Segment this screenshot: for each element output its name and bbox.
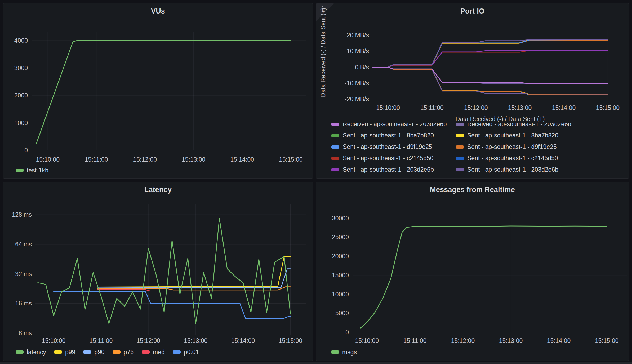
panel-vus: VUs 15:10:0015:11:0015:12:0015:13:0015:1… — [3, 3, 313, 179]
legend-swatch-icon — [331, 145, 339, 149]
legend-swatch-icon — [142, 350, 150, 354]
legend-item[interactable]: Sent - ap-southeast-1 - c2145d50 — [331, 153, 447, 164]
x-tick-label: 15:14:00 — [547, 337, 571, 344]
y-tick-label: -10 MB/s — [345, 80, 369, 87]
x-tick-label: 15:13:00 — [184, 337, 208, 344]
legend-label: p90 — [94, 349, 104, 356]
legend-swatch-icon — [331, 123, 339, 126]
legend-label: Sent - ap-southeast-1 - 8ba7b820 — [467, 132, 558, 139]
legend-item[interactable]: Received - ap-southeast-1 - 203d2e6b — [456, 123, 571, 130]
x-tick-label: 15:12:00 — [133, 156, 157, 163]
x-tick-label: 15:12:00 — [451, 337, 475, 344]
x-tick-label: 15:15:00 — [279, 337, 302, 344]
legend-swatch-icon — [16, 350, 24, 354]
x-tick-label: 15:13:00 — [182, 156, 206, 163]
legend-swatch-icon — [331, 168, 339, 171]
legend-item[interactable]: Sent - ap-southeast-1 - 8ba7b820 — [331, 130, 447, 141]
legend-label: Sent - ap-southeast-1 - 8ba7b820 — [343, 132, 434, 139]
portio-legend-column-left: Received - ap-southeast-1 - 203d2e6bSent… — [331, 123, 447, 175]
messages-legend: msgs — [331, 348, 357, 356]
series-line-sent-ap-southeast-1-d9f19e25 — [373, 40, 608, 67]
y-tick-label: 128 ms — [12, 211, 32, 218]
series-line-p0-01 — [54, 291, 291, 318]
y-tick-label: 0 — [345, 329, 349, 336]
y-tick-label: 3000 — [14, 65, 28, 72]
legend-swatch-icon — [331, 134, 339, 137]
portio-legend: Received - ap-southeast-1 - 203d2e6bSent… — [316, 123, 629, 179]
legend-label: test-1kb — [27, 167, 48, 174]
legend-swatch-icon — [456, 134, 464, 137]
x-tick-label: 15:11:00 — [85, 156, 108, 163]
x-tick-label: 15:12:00 — [464, 104, 488, 111]
legend-item[interactable]: Sent - ap-southeast-1 - d9f19e25 — [456, 141, 571, 153]
x-tick-label: 15:12:00 — [136, 337, 160, 344]
vus-chart: 15:10:0015:11:0015:12:0015:13:0015:14:00… — [3, 3, 313, 178]
legend-item[interactable]: test-1kb — [16, 167, 48, 174]
legend-label: p0.01 — [184, 349, 199, 356]
vus-legend: test-1kb — [16, 167, 48, 174]
legend-item[interactable]: Sent - ap-southeast-1 - 8ba7b820 — [456, 130, 571, 141]
series-line-p99 — [97, 256, 290, 287]
legend-item[interactable]: Sent - ap-southeast-1 - c2145d50 — [456, 153, 571, 164]
x-tick-label: 15:15:00 — [595, 337, 619, 344]
x-tick-label: 15:14:00 — [230, 156, 254, 163]
legend-label: p99 — [65, 349, 75, 356]
x-tick-label: 15:11:00 — [420, 104, 444, 111]
legend-item[interactable]: Sent - ap-southeast-1 - d9f19e25 — [331, 141, 447, 153]
legend-item[interactable]: p99 — [54, 349, 75, 356]
y-tick-label: 2000 — [14, 92, 28, 99]
y-tick-label: -20 MB/s — [345, 96, 369, 103]
series-line-sent-ap-southeast-1-203d2e6b — [373, 67, 608, 94]
series-line-sent-ap-southeast-1-d9f19e25 — [373, 67, 608, 95]
legend-label: Sent - ap-southeast-1 - d9f19e25 — [467, 143, 557, 150]
legend-label: Sent - ap-southeast-1 - 203d2e6b — [343, 166, 434, 173]
legend-label: Received - ap-southeast-1 - 203d2e6b — [343, 123, 447, 128]
panel-messages: Messages from Realtime 15:10:0015:11:001… — [316, 182, 629, 361]
x-tick-label: 15:10:00 — [355, 337, 379, 344]
legend-label: p75 — [124, 349, 134, 356]
y-tick-label: 25000 — [332, 234, 349, 241]
y-tick-label: 5000 — [335, 310, 349, 317]
legend-item[interactable]: msgs — [331, 349, 357, 356]
page-bottom-strip — [0, 362, 632, 364]
latency-chart: 15:10:0015:11:0015:12:0015:13:0015:14:00… — [3, 182, 313, 361]
legend-item[interactable]: Received - ap-southeast-1 - 203d2e6b — [331, 123, 447, 130]
x-tick-label: 15:10:00 — [42, 337, 66, 344]
legend-swatch-icon — [331, 157, 339, 160]
series-line-sent-ap-southeast-1-c2145d50 — [373, 67, 608, 95]
legend-item[interactable]: med — [142, 349, 165, 356]
legend-swatch-icon — [83, 350, 91, 354]
legend-item[interactable]: Sent - ap-southeast-1 - 203d2e6b — [331, 164, 447, 175]
series-line-sent-ap-southeast-1-8ba7b820 — [373, 40, 608, 67]
y-tick-label: 8 ms — [19, 330, 32, 336]
y-tick-label: 20000 — [332, 253, 349, 260]
legend-swatch-icon — [456, 157, 464, 160]
panel-portio: i Port IO 15:10:0015:11:0015:12:0015:13:… — [316, 3, 629, 179]
legend-swatch-icon — [54, 350, 62, 354]
panel-latency: Latency 15:10:0015:11:0015:12:0015:13:00… — [3, 182, 313, 361]
x-tick-label: 15:10:00 — [36, 156, 60, 163]
series-line-msgs — [360, 226, 607, 328]
messages-chart: 15:10:0015:11:0015:12:0015:13:0015:14:00… — [316, 182, 629, 361]
series-line-sent-ap-southeast-1-8ba7b820 — [373, 40, 608, 67]
legend-label: Sent - ap-southeast-1 - 203d2e6b — [467, 166, 558, 173]
x-tick-label: 15:11:00 — [403, 337, 426, 344]
legend-label: msgs — [342, 349, 357, 356]
series-line-sent-ap-southeast-1-d9f19e25 — [373, 67, 608, 95]
x-tick-label: 15:15:00 — [279, 156, 303, 163]
y-tick-label: 30000 — [332, 215, 349, 222]
legend-item[interactable]: p0.01 — [173, 349, 199, 356]
legend-item[interactable]: Sent - ap-southeast-1 - 203d2e6b — [456, 164, 571, 175]
legend-item[interactable]: p75 — [113, 349, 134, 356]
legend-item[interactable]: latency — [16, 349, 46, 356]
legend-swatch-icon — [113, 350, 121, 354]
legend-swatch-icon — [456, 168, 464, 171]
series-line-sent-ap-southeast-1-8ba7b820 — [373, 67, 608, 95]
y-tick-label: 64 ms — [15, 241, 32, 248]
y-tick-label: 10000 — [332, 291, 349, 298]
x-tick-label: 15:11:00 — [89, 337, 113, 344]
series-line-test-1kb — [36, 41, 291, 143]
legend-item[interactable]: p90 — [83, 349, 104, 356]
y-tick-label: 1000 — [14, 119, 28, 126]
grafana-dashboard: VUs 15:10:0015:11:0015:12:0015:13:0015:1… — [0, 0, 632, 364]
